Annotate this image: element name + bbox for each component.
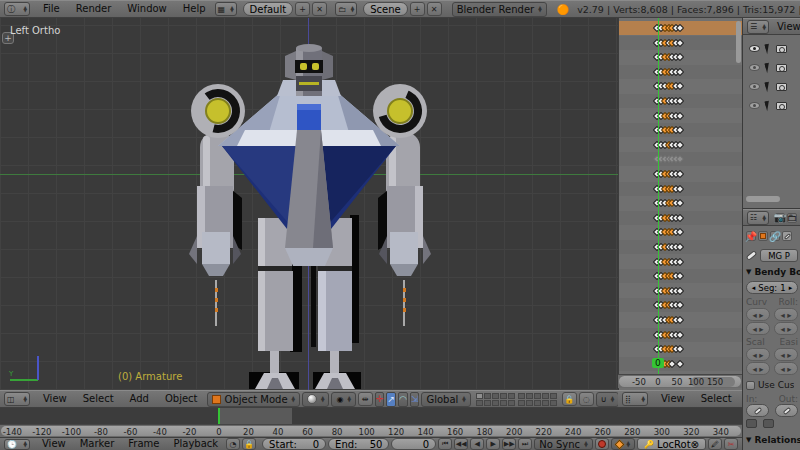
dope-channel-row[interactable] — [619, 65, 742, 79]
add-scene-button[interactable]: + — [410, 2, 425, 16]
menu-file[interactable]: File — [36, 1, 67, 17]
bendy-bones-panel-header[interactable]: ▼ Bendy Bo — [743, 267, 800, 277]
layer-cell[interactable] — [550, 400, 557, 406]
menu-select[interactable]: Select — [76, 391, 121, 407]
keyframe-diamond[interactable] — [676, 228, 684, 236]
dope-channel-row[interactable] — [619, 196, 742, 210]
layer-cell[interactable] — [534, 393, 541, 399]
dope-channel-row[interactable] — [619, 36, 742, 50]
scene-icon-button[interactable]: 🗀 ▲▼ — [335, 2, 357, 16]
menu-render[interactable]: Render — [69, 1, 119, 17]
dope-ruler[interactable]: -50050100150 — [618, 374, 742, 388]
dope-channel-row[interactable] — [619, 167, 742, 181]
menu-view[interactable]: View — [654, 391, 692, 407]
tab-constraints-icon[interactable]: 🔗 — [770, 231, 780, 241]
render-engine-select[interactable]: Blender Render ▲▼ — [452, 2, 547, 17]
handle-out-button[interactable] — [775, 404, 798, 417]
keyframe-diamond[interactable] — [676, 155, 684, 163]
menu-window[interactable]: Window — [120, 1, 173, 17]
handle-out-swatch[interactable] — [763, 419, 774, 428]
ease-out-stepper[interactable]: ◂ ▸ — [774, 362, 798, 375]
timeline-ruler[interactable]: -140-120-100-80-60-40-200204060801001201… — [0, 424, 742, 437]
auto-key-mode-select[interactable]: ▲▼ — [611, 438, 635, 450]
translate-manipulator-toggle[interactable]: ↗ — [386, 392, 396, 407]
dope-channel-row[interactable] — [619, 255, 742, 269]
selectability-cursor-icon[interactable] — [765, 62, 772, 73]
layer-cell[interactable] — [508, 400, 515, 406]
keyframe-diamond[interactable] — [676, 360, 684, 368]
visibility-eye-icon[interactable] — [749, 83, 760, 90]
dope-channel-row[interactable] — [619, 240, 742, 254]
layer-buttons[interactable] — [476, 393, 557, 406]
layer-cell[interactable] — [500, 393, 507, 399]
bone-name-field[interactable]: MG P — [760, 249, 798, 262]
selectability-cursor-icon[interactable] — [765, 81, 772, 92]
menu-view[interactable]: View — [36, 438, 72, 450]
dope-channel-row[interactable] — [619, 50, 742, 64]
layer-cell[interactable] — [484, 393, 491, 399]
keyframe-diamond[interactable] — [676, 301, 684, 309]
layer-cell[interactable] — [518, 400, 525, 406]
menu-marker[interactable]: Marker — [74, 438, 121, 450]
dope-channel-row[interactable] — [619, 211, 742, 225]
viewport-shading-select[interactable]: ▲▼ — [302, 392, 329, 407]
jump-next-keyframe-button[interactable]: ▶▶ — [502, 438, 516, 450]
relations-panel-header[interactable]: ▼ Relations — [743, 435, 800, 445]
visibility-eye-icon[interactable] — [749, 45, 760, 52]
dope-channel-row[interactable] — [619, 123, 742, 137]
3d-viewport[interactable]: + Left Ortho (0) Armature Y — [0, 18, 618, 390]
renderability-camera-icon[interactable] — [776, 102, 787, 110]
manipulator-axes-toggle[interactable]: ✛ — [375, 392, 385, 407]
dope-channel-row[interactable] — [619, 182, 742, 196]
visibility-eye-icon[interactable] — [749, 102, 760, 109]
renderability-camera-icon[interactable] — [776, 83, 787, 91]
menu-marker[interactable]: Marker — [741, 391, 742, 407]
dope-vertical-scrollbar[interactable] — [736, 21, 741, 63]
dope-channel-row[interactable] — [619, 313, 742, 327]
dope-channel-row[interactable] — [619, 298, 742, 312]
snap-element-select[interactable]: ∪ ▲▼ — [596, 392, 619, 407]
handle-in-button[interactable] — [746, 404, 769, 417]
scale-manipulator-toggle[interactable]: ⇲ — [410, 392, 420, 407]
delete-keyframe-button[interactable]: ✂ — [724, 438, 738, 450]
dope-channel-row[interactable] — [619, 357, 742, 371]
tab-bone-icon[interactable] — [782, 231, 792, 241]
renderability-camera-icon[interactable] — [776, 64, 787, 72]
dope-channel-row[interactable] — [619, 328, 742, 342]
layer-cell[interactable] — [500, 400, 507, 406]
layer-cell[interactable] — [542, 393, 549, 399]
handle-in-swatch[interactable] — [746, 419, 757, 428]
outliner-scrollbar[interactable] — [746, 196, 780, 202]
keyframe-diamond[interactable] — [676, 82, 684, 90]
mode-select[interactable]: Object Mode ▲▼ — [207, 392, 300, 407]
tab-pin-icon[interactable]: 📌 — [746, 231, 756, 241]
editor-type-info-button[interactable]: ⓘ ▲▼ — [4, 2, 30, 16]
dope-sheet-region[interactable]: 0 — [618, 18, 742, 390]
layer-cell[interactable] — [476, 400, 483, 406]
timeline-current-frame-line[interactable] — [218, 408, 220, 424]
scale-out-stepper[interactable]: ◂ ▸ — [746, 362, 770, 375]
tab-render[interactable]: 📷 — [775, 213, 785, 223]
layer-cell[interactable] — [484, 400, 491, 406]
use-custom-checkbox[interactable] — [746, 381, 755, 390]
dope-channel-row[interactable] — [619, 225, 742, 239]
menu-view[interactable]: View — [775, 19, 800, 35]
selectability-cursor-icon[interactable] — [765, 100, 772, 111]
roll-in-stepper[interactable]: ◂ ▸ — [774, 308, 798, 321]
timeline-region[interactable] — [0, 408, 742, 424]
clear-keying-set-icon[interactable]: ⊗ — [691, 439, 699, 450]
scene-field[interactable]: Scene — [363, 2, 408, 16]
layer-cell[interactable] — [518, 393, 525, 399]
layer-cell[interactable] — [492, 393, 499, 399]
tab-scene[interactable]: 🗀 — [787, 213, 797, 223]
add-layout-button[interactable]: + — [295, 2, 310, 16]
roll-out-stepper[interactable]: ◂ ▸ — [774, 322, 798, 335]
auto-keyframe-record-toggle[interactable] — [595, 438, 609, 450]
outliner-row[interactable] — [749, 97, 800, 114]
play-reverse-button[interactable]: ◀ — [470, 438, 484, 450]
pivot-align-toggle[interactable]: ⇹ — [358, 392, 373, 406]
keying-set-field[interactable]: 🔑 LocRot ⊗ — [637, 438, 706, 450]
layer-cell[interactable] — [492, 400, 499, 406]
layer-cell[interactable] — [508, 393, 515, 399]
menu-add[interactable]: Add — [123, 391, 156, 407]
